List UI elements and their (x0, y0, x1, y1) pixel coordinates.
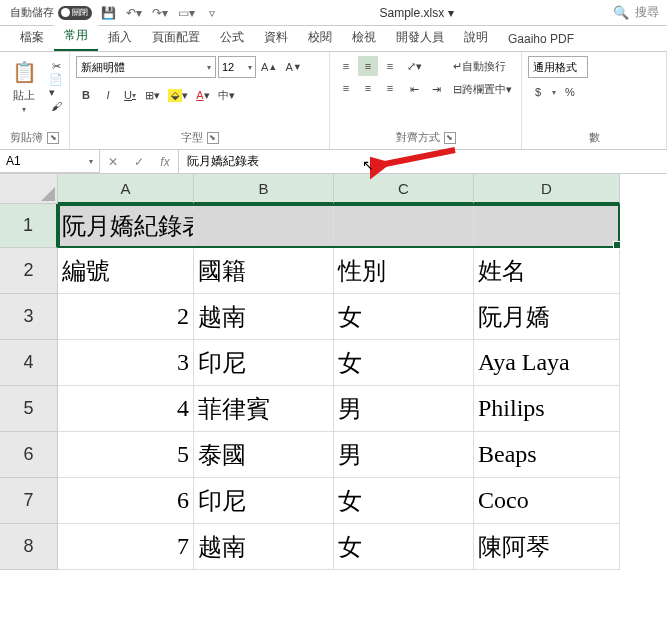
font-name-select[interactable]: 新細明體▾ (76, 56, 216, 78)
cell-C8[interactable]: 女 (334, 524, 474, 570)
phonetic-button[interactable]: 中▾ (215, 85, 238, 105)
cell-B6[interactable]: 泰國 (194, 432, 334, 478)
column-header-D[interactable]: D (474, 174, 620, 204)
redo-icon[interactable]: ↷▾ (152, 5, 168, 21)
cell-C3[interactable]: 女 (334, 294, 474, 340)
cell-C7[interactable]: 女 (334, 478, 474, 524)
autosave-toggle[interactable]: 關閉 (58, 6, 92, 20)
cell-A3[interactable]: 2 (58, 294, 194, 340)
cell-A5[interactable]: 4 (58, 386, 194, 432)
cancel-formula-button[interactable]: ✕ (100, 155, 126, 169)
cell-B7[interactable]: 印尼 (194, 478, 334, 524)
cell-B1[interactable] (194, 204, 334, 248)
cell-D5[interactable]: Philips (474, 386, 620, 432)
cell-B2[interactable]: 國籍 (194, 248, 334, 294)
tab-資料[interactable]: 資料 (254, 24, 298, 51)
cell-A1[interactable]: 阮月嬌紀錄表 (58, 204, 194, 248)
orientation-button[interactable]: ⤢▾ (404, 56, 425, 76)
cell-A7[interactable]: 6 (58, 478, 194, 524)
cell-B5[interactable]: 菲律賓 (194, 386, 334, 432)
increase-indent-button[interactable]: ⇥ (426, 79, 446, 99)
tab-插入[interactable]: 插入 (98, 24, 142, 51)
touch-mode-icon[interactable]: ▭▾ (178, 5, 194, 21)
tab-常用[interactable]: 常用 (54, 22, 98, 51)
document-title[interactable]: Sample.xlsx ▾ (220, 6, 613, 20)
merge-center-button[interactable]: ⊟ 跨欄置中 ▾ (450, 79, 515, 99)
row-header-3[interactable]: 3 (0, 294, 58, 340)
wrap-text-button[interactable]: ↵ 自動換行 (450, 56, 509, 76)
cell-A4[interactable]: 3 (58, 340, 194, 386)
tab-開發人員[interactable]: 開發人員 (386, 24, 454, 51)
row-header-2[interactable]: 2 (0, 248, 58, 294)
font-size-select[interactable]: 12▾ (218, 56, 256, 78)
align-middle-button[interactable]: ≡ (358, 56, 378, 76)
cell-D1[interactable] (474, 204, 620, 248)
tab-頁面配置[interactable]: 頁面配置 (142, 24, 210, 51)
format-painter-button[interactable]: 🖌 (46, 96, 66, 116)
row-header-8[interactable]: 8 (0, 524, 58, 570)
cell-D6[interactable]: Beaps (474, 432, 620, 478)
cell-C2[interactable]: 性別 (334, 248, 474, 294)
cell-A2[interactable]: 編號 (58, 248, 194, 294)
row-header-6[interactable]: 6 (0, 432, 58, 478)
decrease-indent-button[interactable]: ⇤ (404, 79, 424, 99)
cell-A6[interactable]: 5 (58, 432, 194, 478)
align-right-button[interactable]: ≡ (380, 78, 400, 98)
align-bottom-button[interactable]: ≡ (380, 56, 400, 76)
formula-input[interactable]: 阮月嬌紀錄表 (179, 150, 667, 173)
border-button[interactable]: ⊞▾ (142, 85, 163, 105)
tab-檢視[interactable]: 檢視 (342, 24, 386, 51)
cell-B3[interactable]: 越南 (194, 294, 334, 340)
cell-C6[interactable]: 男 (334, 432, 474, 478)
cell-D7[interactable]: Coco (474, 478, 620, 524)
cell-C4[interactable]: 女 (334, 340, 474, 386)
enter-formula-button[interactable]: ✓ (126, 155, 152, 169)
row-header-5[interactable]: 5 (0, 386, 58, 432)
cell-B8[interactable]: 越南 (194, 524, 334, 570)
italic-button[interactable]: I (98, 85, 118, 105)
column-header-B[interactable]: B (194, 174, 334, 204)
cell-A8[interactable]: 7 (58, 524, 194, 570)
cell-C5[interactable]: 男 (334, 386, 474, 432)
tab-Gaaiho PDF[interactable]: Gaaiho PDF (498, 27, 584, 51)
cell-D3[interactable]: 阮月嬌 (474, 294, 620, 340)
tab-公式[interactable]: 公式 (210, 24, 254, 51)
row-header-7[interactable]: 7 (0, 478, 58, 524)
align-center-button[interactable]: ≡ (358, 78, 378, 98)
bold-button[interactable]: B (76, 85, 96, 105)
select-all-corner[interactable] (0, 174, 58, 204)
decrease-font-button[interactable]: A▼ (282, 57, 304, 77)
column-header-A[interactable]: A (58, 174, 194, 204)
align-left-button[interactable]: ≡ (336, 78, 356, 98)
underline-button[interactable]: U ▾ (120, 85, 140, 105)
cell-D8[interactable]: 陳阿琴 (474, 524, 620, 570)
tab-校閱[interactable]: 校閱 (298, 24, 342, 51)
font-launcher[interactable]: ⬊ (207, 132, 219, 144)
row-header-4[interactable]: 4 (0, 340, 58, 386)
insert-function-button[interactable]: fx (152, 155, 178, 169)
cell-D2[interactable]: 姓名 (474, 248, 620, 294)
align-launcher[interactable]: ⬊ (444, 132, 456, 144)
name-box[interactable]: A1▾ (0, 150, 100, 173)
copy-button[interactable]: 📄▾ (46, 76, 66, 96)
search-box[interactable]: 🔍 搜尋 (613, 4, 659, 21)
cell-B4[interactable]: 印尼 (194, 340, 334, 386)
column-header-C[interactable]: C (334, 174, 474, 204)
clipboard-launcher[interactable]: ⬊ (47, 132, 59, 144)
undo-icon[interactable]: ↶▾ (126, 5, 142, 21)
qat-dropdown-icon[interactable]: ▿ (204, 5, 220, 21)
align-top-button[interactable]: ≡ (336, 56, 356, 76)
save-icon[interactable]: 💾 (100, 5, 116, 21)
paste-button[interactable]: 📋 貼上 ▾ (6, 56, 42, 116)
fill-color-button[interactable]: ⬙▾ (165, 85, 191, 105)
tab-檔案[interactable]: 檔案 (10, 24, 54, 51)
number-format-select[interactable]: 通用格式 (528, 56, 588, 78)
currency-button[interactable]: $ (528, 82, 548, 102)
percent-button[interactable]: % (560, 82, 580, 102)
font-color-button[interactable]: A▾ (193, 85, 213, 105)
cell-C1[interactable] (334, 204, 474, 248)
tab-說明[interactable]: 說明 (454, 24, 498, 51)
row-header-1[interactable]: 1 (0, 204, 58, 248)
cell-D4[interactable]: Aya Laya (474, 340, 620, 386)
increase-font-button[interactable]: A▲ (258, 57, 280, 77)
